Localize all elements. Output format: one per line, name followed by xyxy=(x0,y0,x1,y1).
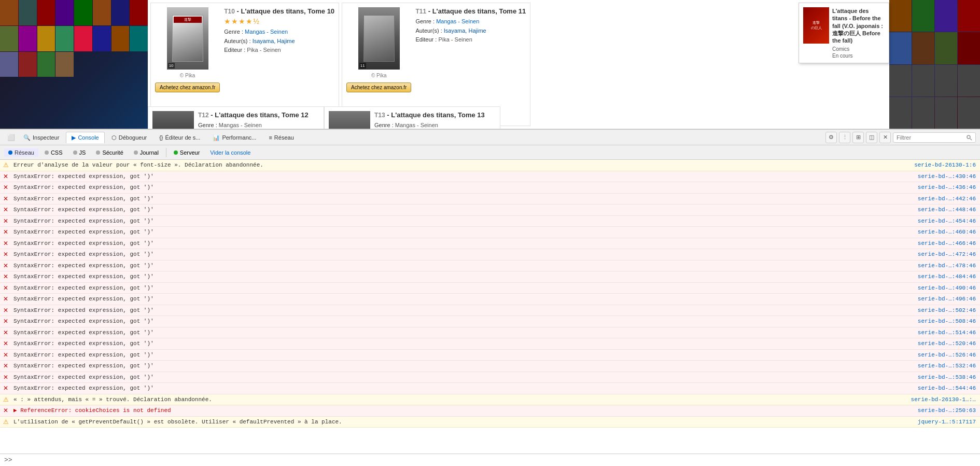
console-location[interactable]: serie-bd-…:430:46 xyxy=(876,171,980,182)
right-book xyxy=(889,65,912,97)
filter-btn-js[interactable]: JS xyxy=(69,148,90,157)
console-location[interactable]: serie-bd-…:502:46 xyxy=(876,305,980,316)
publisher-meta-t11: Editeur : Pika - Seinen xyxy=(415,35,526,45)
console-location[interactable]: serie-bd-…:472:46 xyxy=(876,249,980,260)
console-location[interactable]: serie-bd-…:532:46 xyxy=(876,361,980,372)
right-book xyxy=(912,97,934,129)
console-message-text: SyntaxError: expected expression, got ')… xyxy=(11,327,876,338)
collage-book xyxy=(0,52,18,77)
console-input-field[interactable] xyxy=(16,457,976,463)
amazon-btn-t10[interactable]: Achetez chez amazon.fr xyxy=(155,83,220,92)
console-message-text: SyntaxError: expected expression, got ')… xyxy=(11,372,876,383)
collage-book xyxy=(19,52,37,77)
console-messages-area[interactable]: ⚠ Erreur d'analyse de la valeur pour « f… xyxy=(0,160,980,454)
performance-icon: 📊 xyxy=(213,134,220,141)
filter-btn-css[interactable]: CSS xyxy=(40,148,67,157)
console-location[interactable]: serie-bd-…:520:46 xyxy=(876,338,980,349)
console-row: ✕ SyntaxError: expected expression, got … xyxy=(0,294,980,305)
tab-editeur[interactable]: {} Éditeur de s... xyxy=(153,132,206,143)
console-location[interactable]: serie-bd-…:436:46 xyxy=(876,182,980,193)
collage-book xyxy=(37,52,55,77)
error-icon: ✕ xyxy=(0,327,11,338)
console-location[interactable]: serie-bd-…:538:46 xyxy=(876,372,980,383)
tab-reseau[interactable]: ≡ Réseau xyxy=(263,132,299,143)
collage-book xyxy=(37,0,55,25)
console-location[interactable]: serie-bd-…:496:46 xyxy=(876,294,980,305)
console-icon: ▶ xyxy=(72,134,76,141)
error-icon: ✕ xyxy=(0,350,11,361)
devtools-resize-btn[interactable]: ⊞ xyxy=(852,132,864,143)
devtools-settings-btn[interactable]: ⚙ xyxy=(825,132,837,143)
console-location[interactable]: serie-bd-26130-1:6 xyxy=(876,160,980,171)
console-row: ✕ SyntaxError: expected expression, got … xyxy=(0,261,980,272)
manga-title-t12: T12 - L'attaque des titans, Tome 12 xyxy=(198,111,319,119)
warning-icon: ⚠ xyxy=(0,160,11,171)
tab-performance-label: Performanc... xyxy=(222,134,256,141)
amazon-btn-t11[interactable]: Achetez chez amazon.fr xyxy=(346,83,411,92)
error-icon: ✕ xyxy=(0,271,11,282)
tab-performance[interactable]: 📊 Performanc... xyxy=(207,132,262,143)
console-row: ✕ SyntaxError: expected expression, got … xyxy=(0,372,980,383)
filter-btn-journal[interactable]: Journal xyxy=(130,148,163,157)
console-message-text: ▶ ReferenceError: cookieChoices is not d… xyxy=(11,405,876,416)
filter-btn-serveur[interactable]: Serveur xyxy=(170,148,204,157)
console-location[interactable]: serie-bd-…:526:46 xyxy=(876,350,980,361)
console-location[interactable]: serie-bd-…:514:46 xyxy=(876,327,980,338)
console-location[interactable]: serie-bd-…:484:46 xyxy=(876,271,980,282)
clear-console-btn[interactable]: Vider la console xyxy=(206,148,255,157)
console-location[interactable]: serie-bd-…:544:46 xyxy=(876,383,980,394)
filter-label-journal: Journal xyxy=(140,149,159,156)
tab-editeur-label: Éditeur de s... xyxy=(165,134,201,141)
console-location[interactable]: serie-bd-…:448:46 xyxy=(876,204,980,215)
filter-btn-reseau[interactable]: Réseau xyxy=(4,148,38,157)
console-row: ✕ SyntaxError: expected expression, got … xyxy=(0,383,980,394)
devtools-dock-btn[interactable]: ◫ xyxy=(866,132,877,143)
devtools-more-btn[interactable]: ⋮ xyxy=(839,132,850,143)
right-book xyxy=(912,0,934,32)
tooltip-title: L'attaque des titans - Before the fall (… xyxy=(832,7,885,44)
warning-icon: ⚠ xyxy=(0,394,11,405)
collage-book xyxy=(55,26,74,51)
console-row: ✕ SyntaxError: expected expression, got … xyxy=(0,216,980,227)
devtools-close-btn[interactable]: ✕ xyxy=(879,132,891,143)
console-filter-input[interactable] xyxy=(893,132,976,143)
tab-inspecteur[interactable]: 🔍 Inspecteur xyxy=(18,132,65,143)
console-location[interactable]: serie-bd-…:490:46 xyxy=(876,283,980,294)
console-message-text: SyntaxError: expected expression, got ')… xyxy=(11,171,876,182)
right-book xyxy=(912,32,934,64)
debogueur-icon: ⬡ xyxy=(111,134,117,141)
browser-content: 進撃 10 © Pika Achetez chez amazon.fr T10 … xyxy=(0,0,980,129)
console-location[interactable]: serie-bd-…:442:46 xyxy=(876,194,980,204)
console-location[interactable]: serie-bd-…:460:46 xyxy=(876,227,980,238)
console-location[interactable]: serie-bd-…:454:46 xyxy=(876,216,980,227)
meta-t10: Genre : Mangas - Seinen Auteur(s) : Isay… xyxy=(224,28,334,55)
console-message-text: SyntaxError: expected expression, got ')… xyxy=(11,216,876,227)
genre-t10: Genre : Mangas - Seinen xyxy=(224,28,334,37)
manga-card-t12: T12 - L'attaque des titans, Tome 12 Genr… xyxy=(148,106,324,129)
tab-debogueur[interactable]: ⬡ Débogueur xyxy=(106,132,152,143)
devtools-panel: ⬜ 🔍 Inspecteur ▶ Console ⬡ Débogueur {} … xyxy=(0,129,980,466)
console-message-text: SyntaxError: expected expression, got ')… xyxy=(11,305,876,316)
console-location[interactable]: serie-bd-…:250:63 xyxy=(876,405,980,416)
right-book-collage xyxy=(889,0,980,129)
filter-label-css: CSS xyxy=(51,149,63,156)
filter-btn-securite[interactable]: Sécurité xyxy=(92,148,127,157)
collage-book xyxy=(55,0,74,25)
console-location[interactable]: serie-bd-…:508:46 xyxy=(876,316,980,327)
inspect-element-icon[interactable]: ⬜ xyxy=(5,132,17,143)
right-book xyxy=(958,32,980,64)
console-message-text: SyntaxError: expected expression, got ')… xyxy=(11,249,876,260)
cover-label-t11: 11 xyxy=(359,63,366,68)
manga-cards-area: 進撃 10 © Pika Achetez chez amazon.fr T10 … xyxy=(148,0,889,129)
tab-console[interactable]: ▶ Console xyxy=(66,132,104,143)
console-location[interactable]: serie-bd-…:466:46 xyxy=(876,238,980,249)
console-location[interactable]: serie-bd-…:478:46 xyxy=(876,261,980,271)
console-location[interactable]: jquery-1…:5:17117 xyxy=(876,417,980,428)
right-book xyxy=(958,97,980,129)
console-location[interactable]: serie-bd-26130-1…:… xyxy=(876,394,980,405)
manga-title-t11: T11 - L'attaque des titans, Tome 11 xyxy=(415,7,526,15)
console-row: ✕ SyntaxError: expected expression, got … xyxy=(0,305,980,317)
console-message-text: SyntaxError: expected expression, got ')… xyxy=(11,194,876,204)
console-row: ✕ SyntaxError: expected expression, got … xyxy=(0,204,980,216)
journal-dot xyxy=(134,150,138,155)
